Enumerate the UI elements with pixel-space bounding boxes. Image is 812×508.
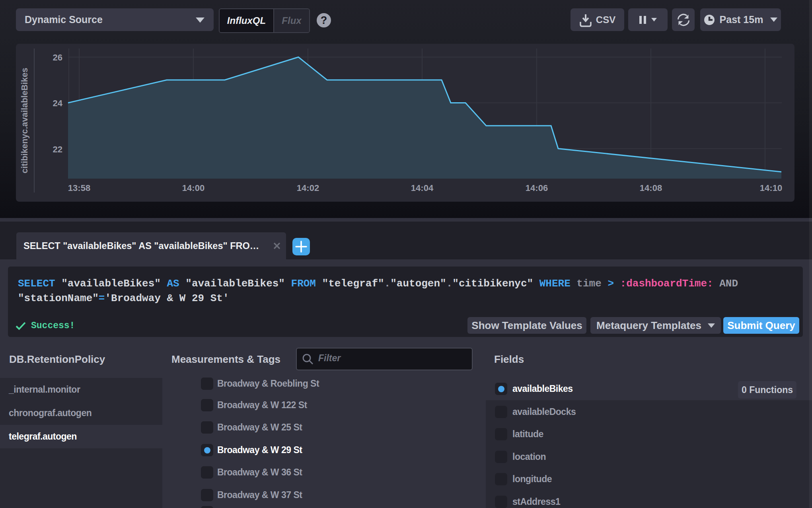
svg-text:22: 22 [53, 144, 62, 154]
svg-text:13:58: 13:58 [68, 183, 90, 193]
svg-text:14:10: 14:10 [760, 183, 782, 193]
svg-text:14:02: 14:02 [297, 183, 319, 193]
svg-text:14:00: 14:00 [182, 183, 204, 193]
svg-text:14:08: 14:08 [640, 183, 662, 193]
svg-text:14:06: 14:06 [526, 183, 548, 193]
svg-text:14:04: 14:04 [411, 183, 434, 193]
svg-text:citibikenyc.availableBikes: citibikenyc.availableBikes [20, 68, 29, 173]
svg-text:24: 24 [53, 98, 63, 108]
svg-text:26: 26 [53, 53, 62, 62]
